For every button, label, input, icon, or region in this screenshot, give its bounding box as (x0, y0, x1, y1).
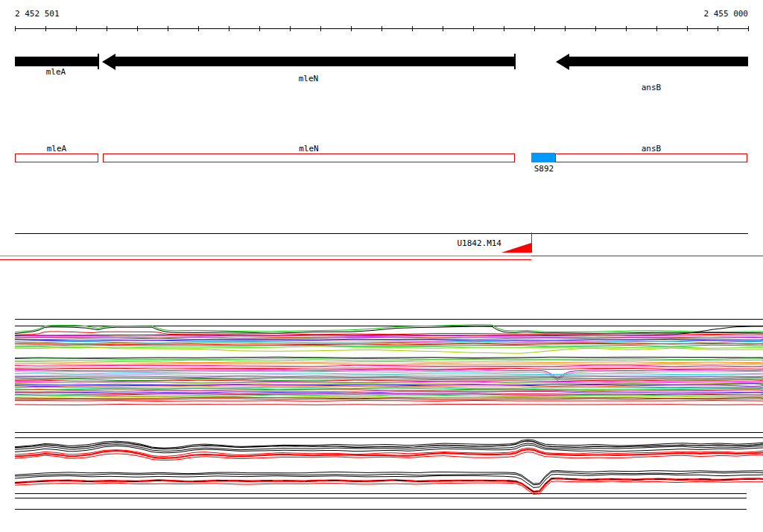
expression-trace (15, 337, 763, 338)
expression-trace (15, 375, 763, 376)
gene-arrowhead-left-ansB[interactable] (556, 54, 569, 70)
expression-trace (15, 368, 763, 369)
traces-plot (0, 0, 763, 532)
expression-trace (15, 443, 763, 452)
expression-trace (15, 384, 763, 386)
gene-arrow-body-ansB[interactable] (569, 57, 748, 66)
expression-trace (15, 478, 763, 492)
gene-label-mleN: mleN (282, 74, 335, 83)
expression-trace (15, 449, 763, 458)
genome-browser-canvas: 2 452 501 2 455 000 mleAmleNansB mleAmle… (0, 0, 763, 532)
expression-trace (15, 452, 763, 460)
feature-box-ansB[interactable] (555, 153, 747, 162)
expression-trace (15, 357, 763, 358)
expression-trace (15, 445, 763, 453)
expression-trace (15, 392, 763, 393)
expression-trace (15, 332, 763, 335)
expression-trace (15, 373, 763, 375)
expression-trace (15, 448, 763, 456)
expression-trace (15, 390, 763, 391)
expression-trace (15, 360, 763, 361)
profile-segment-label: U1842.M14 (457, 239, 501, 247)
expression-trace (15, 395, 763, 396)
ruler-start-label: 2 452 501 (15, 10, 60, 18)
expression-trace (15, 335, 763, 336)
expression-trace (15, 365, 763, 367)
expression-trace (15, 367, 763, 367)
feature-label-mleN: mleN (103, 144, 515, 153)
gene-arrow-body-mleA[interactable] (15, 57, 98, 66)
expression-trace (15, 343, 763, 345)
expression-trace (15, 343, 763, 344)
expression-trace (15, 384, 763, 385)
expression-trace (15, 401, 763, 402)
expression-trace (15, 397, 763, 399)
expression-trace (15, 346, 763, 353)
expression-trace (15, 361, 763, 362)
ruler-end-label: 2 455 000 (703, 10, 748, 18)
expression-trace (15, 345, 763, 346)
expression-trace (15, 378, 763, 379)
expression-trace (15, 380, 763, 381)
expression-trace (15, 390, 763, 392)
gene-arrow-body-mleN[interactable] (115, 57, 514, 66)
expression-trace (15, 381, 763, 383)
gene-label-ansB: ansB (625, 83, 677, 92)
feature-box-mleN[interactable] (103, 153, 515, 162)
gene-end-bar-mleN (514, 54, 516, 69)
expression-trace (15, 388, 763, 390)
gene-arrowhead-left-mleN[interactable] (102, 54, 115, 70)
feature-label-ansB: ansB (555, 144, 747, 153)
coverage-ramp-triangle (501, 243, 531, 253)
expression-trace (15, 386, 763, 387)
feature-box-mleA[interactable] (15, 153, 98, 162)
expression-trace (15, 471, 763, 484)
expression-trace (15, 440, 763, 448)
expression-trace (15, 364, 763, 364)
feature-label-mleA: mleA (15, 144, 98, 153)
expression-trace (15, 326, 763, 334)
expression-trace (15, 478, 763, 492)
expression-trace (15, 405, 763, 405)
expression-trace (15, 336, 763, 338)
expression-trace (15, 370, 763, 379)
gene-end-bar-mleA (98, 54, 99, 69)
expression-trace (15, 396, 763, 398)
expression-trace (15, 325, 763, 332)
expression-trace (15, 338, 763, 340)
expression-trace (15, 379, 763, 381)
expression-trace (15, 358, 763, 359)
expression-trace (15, 393, 763, 394)
expression-trace (15, 326, 763, 336)
feature-box-S892[interactable] (531, 153, 555, 162)
expression-trace (15, 376, 763, 377)
expression-trace (15, 393, 763, 395)
expression-trace (15, 399, 763, 399)
expression-trace (15, 387, 763, 388)
expression-trace (15, 383, 763, 384)
expression-trace (15, 341, 763, 342)
expression-trace (15, 481, 763, 495)
expression-trace (15, 346, 763, 349)
expression-trace (15, 441, 763, 449)
expression-trace (15, 339, 763, 341)
expression-trace (15, 371, 763, 380)
expression-trace (15, 341, 763, 343)
expression-trace (15, 475, 763, 488)
feature-label-S892: S892 (531, 164, 557, 174)
expression-trace (15, 472, 763, 485)
gene-label-mleA: mleA (30, 67, 82, 77)
